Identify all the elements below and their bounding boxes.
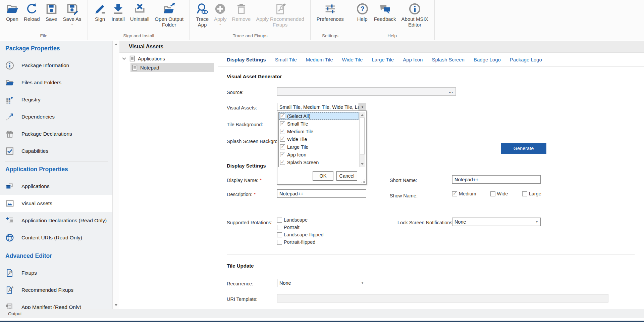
rotation-checkbox-portrait[interactable]: Portrait xyxy=(277,225,324,230)
apply-button[interactable]: Apply⌄ xyxy=(211,2,229,27)
remove-button[interactable]: Remove xyxy=(229,2,254,22)
help-button[interactable]: ?Help xyxy=(354,2,371,22)
tab-display-settings[interactable]: Display Settings xyxy=(227,57,266,62)
tile-background-label: Tile Background: xyxy=(227,122,263,127)
tab-wide-tile[interactable]: Wide Tile xyxy=(342,57,363,62)
checkbox[interactable] xyxy=(280,137,285,142)
dropdown-item-select-all[interactable]: (Select All) xyxy=(279,112,359,120)
recommended-fixups-doc-icon xyxy=(5,286,14,294)
tab-app-icon[interactable]: App Icon xyxy=(403,57,423,62)
sidebar-item-applications[interactable]: Applications xyxy=(0,178,112,195)
trace-button[interactable]: Trace App xyxy=(193,2,211,29)
tab-splash-screen[interactable]: Splash Screen xyxy=(432,57,465,62)
chevron-down-icon[interactable]: ▾ xyxy=(359,103,366,111)
sidebar-item-package-information[interactable]: Package Information xyxy=(0,57,112,74)
sidebar-scrollbar[interactable] xyxy=(112,41,119,309)
scrollbar-thumb[interactable] xyxy=(360,118,365,154)
save-button[interactable]: Save xyxy=(43,2,60,22)
reload-icon xyxy=(25,3,38,15)
scroll-down-icon[interactable] xyxy=(115,304,117,306)
dropdown-item-app-icon[interactable]: App Icon xyxy=(279,151,359,158)
tab-package-logo[interactable]: Package Logo xyxy=(510,57,542,62)
checkbox[interactable] xyxy=(280,129,285,134)
checkbox[interactable] xyxy=(277,225,282,230)
tab-badge-logo[interactable]: Badge Logo xyxy=(474,57,501,62)
tree-node-applications[interactable]: Applications xyxy=(119,54,218,63)
chevron-down-icon[interactable]: ⌄ xyxy=(219,22,222,26)
checkbox[interactable] xyxy=(490,191,495,196)
recurrence-select[interactable]: None ▾ xyxy=(277,279,366,287)
rotation-checkbox-landscape-flipped[interactable]: Landscape-flipped xyxy=(277,232,324,237)
open-output-button[interactable]: Open Output Folder xyxy=(152,2,186,29)
dropdown-item-small-tile[interactable]: Small Tile xyxy=(279,120,359,128)
cancel-button[interactable]: Cancel xyxy=(336,171,357,181)
sidebar-item-registry[interactable]: Registry xyxy=(0,91,112,108)
preferences-button[interactable]: Preferences xyxy=(314,2,346,22)
short-name-input[interactable] xyxy=(452,175,541,184)
scroll-up-icon[interactable] xyxy=(115,43,117,45)
checkbox[interactable] xyxy=(280,121,285,126)
fixups-wrench-doc-icon xyxy=(5,269,14,277)
tree-node-notepad[interactable]: Notepad xyxy=(130,63,214,72)
description-input[interactable] xyxy=(277,189,366,198)
checkbox[interactable] xyxy=(277,218,282,223)
uninstall-button[interactable]: Uninstall xyxy=(127,2,152,22)
dropdown-item-large-tile[interactable]: Large Tile xyxy=(279,143,359,151)
show-name-checkbox-medium[interactable]: Medium xyxy=(452,191,476,196)
chevron-down-icon[interactable] xyxy=(122,57,128,60)
show-name-checkbox-large[interactable]: Large xyxy=(522,191,541,196)
ok-button[interactable]: OK xyxy=(313,171,333,181)
sidebar-item-package-declarations[interactable]: Package Declarations xyxy=(0,125,112,142)
lock-screen-select[interactable]: None ▾ xyxy=(452,218,541,226)
rotation-checkbox-portrait-flipped[interactable]: Portrait-flipped xyxy=(277,239,324,245)
sidebar-item-recommended-fixups[interactable]: Recommended Fixups xyxy=(0,281,112,298)
sidebar-item-application-declarations-read-only[interactable]: Application Declarations (Read Only) xyxy=(0,212,112,229)
apply-recommended-button[interactable]: Apply Recommended Fixups xyxy=(253,2,307,29)
chevron-down-icon[interactable]: ⌄ xyxy=(71,22,73,26)
checkbox[interactable] xyxy=(522,191,527,196)
sidebar-item-dependencies[interactable]: Dependencies xyxy=(0,108,112,125)
about-msix-button[interactable]: About MSIX Editor xyxy=(399,2,431,29)
content-uris-globe-icon xyxy=(5,233,14,242)
rotation-checkbox-landscape[interactable]: Landscape xyxy=(277,217,324,223)
page-title: Visual Assets xyxy=(129,44,163,50)
checkbox[interactable] xyxy=(277,240,282,245)
sign-button[interactable]: Sign xyxy=(91,2,109,22)
sidebar-item-visual-assets[interactable]: Visual Assets xyxy=(0,195,112,212)
generate-button[interactable]: Generate xyxy=(501,143,546,154)
source-input[interactable]: ... xyxy=(277,87,456,96)
sidebar-item-app-manifest-read-only[interactable]: App Manifest (Read Only) xyxy=(0,298,112,309)
install-button[interactable]: Install xyxy=(109,2,127,22)
output-bar[interactable]: Output xyxy=(0,309,644,318)
dropdown-item-splash-screen[interactable]: Splash Screen xyxy=(279,158,359,166)
tab-large-tile[interactable]: Large Tile xyxy=(372,57,394,62)
checkbox[interactable] xyxy=(280,144,285,149)
show-name-options: MediumWideLarge xyxy=(452,191,541,196)
checkbox[interactable] xyxy=(280,160,285,165)
scroll-down-icon[interactable] xyxy=(361,163,364,165)
sidebar-item-files-and-folders[interactable]: Files and Folders xyxy=(0,74,112,91)
scroll-up-icon[interactable] xyxy=(361,114,364,116)
open-button[interactable]: Open xyxy=(3,2,21,22)
resize-grip[interactable] xyxy=(361,179,366,184)
checkbox[interactable] xyxy=(280,113,285,119)
dropdown-scrollbar[interactable] xyxy=(359,112,365,167)
dropdown-item-medium-tile[interactable]: Medium Tile xyxy=(279,128,359,135)
visual-assets-combobox[interactable]: Small Tile, Medium Tile, Wide Tile, Larg… xyxy=(277,103,366,111)
tab-small-tile[interactable]: Small Tile xyxy=(275,57,297,62)
save-as-button[interactable]: Save As⌄ xyxy=(60,2,84,27)
sidebar-item-content-uris-read-only[interactable]: Content URIs (Read Only) xyxy=(0,229,112,246)
reload-button[interactable]: Reload xyxy=(21,2,43,22)
sidebar-item-capabilities[interactable]: Capabilities xyxy=(0,142,112,159)
show-name-checkbox-wide[interactable]: Wide xyxy=(490,191,508,196)
ribbon-group-label: Sign and Install xyxy=(91,32,186,40)
browse-button[interactable]: ... xyxy=(449,89,455,94)
uri-template-input xyxy=(277,294,608,303)
feedback-button[interactable]: Feedback xyxy=(371,2,399,22)
checkbox[interactable] xyxy=(452,191,457,196)
sidebar-item-fixups[interactable]: Fixups xyxy=(0,264,112,281)
checkbox[interactable] xyxy=(280,152,285,157)
dropdown-item-wide-tile[interactable]: Wide Tile xyxy=(279,135,359,143)
tab-medium-tile[interactable]: Medium Tile xyxy=(306,57,333,62)
checkbox[interactable] xyxy=(277,232,282,237)
